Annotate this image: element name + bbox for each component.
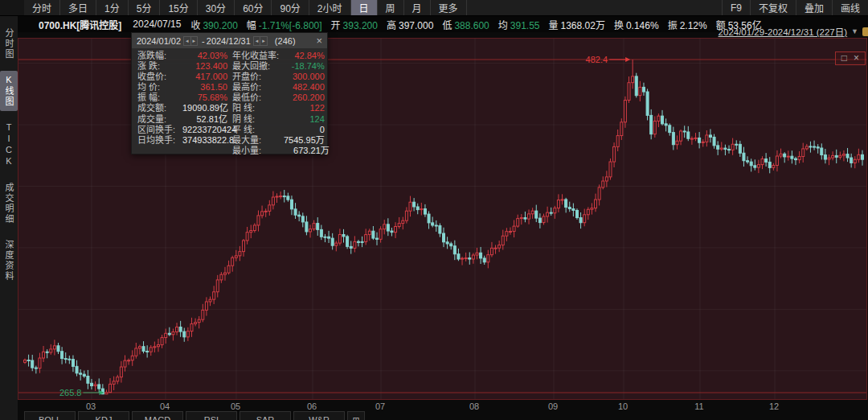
- month-tick-label: 09: [548, 401, 558, 411]
- sidebar-item-view1[interactable]: K线图: [0, 71, 18, 111]
- quote-field-label: 收: [190, 20, 200, 31]
- step-forward-icon[interactable]: ▸: [191, 37, 198, 45]
- indicator-tab[interactable]: BOLL: [24, 411, 76, 420]
- chevron-down-icon[interactable]: ▼: [851, 27, 858, 35]
- period-tab[interactable]: 5分: [129, 0, 161, 15]
- period-tab[interactable]: 多日: [60, 0, 96, 15]
- period-tabs: 分时多日1分5分15分30分60分90分2小时日周月更多: [24, 0, 467, 15]
- indicator-tab[interactable]: KDJ: [78, 411, 129, 420]
- stats-end-date[interactable]: 2024/12/31: [207, 36, 251, 46]
- period-tab[interactable]: 90分: [272, 0, 309, 15]
- min-price-annotation: 265.8: [59, 388, 82, 397]
- toolbar-action[interactable]: 叠加: [796, 0, 832, 15]
- stats-start-date[interactable]: 2024/01/02: [137, 36, 181, 46]
- indicator-tabs: BOLLKDJMACDRSISARW&R⊞: [24, 411, 365, 420]
- stat-label: 收盘价:: [137, 72, 182, 82]
- quote-field-label: 换: [614, 20, 624, 31]
- quote-field: 幅-1.71%[-6.800]: [247, 18, 322, 31]
- stat-value: 42.03%: [182, 51, 232, 61]
- period-tab[interactable]: 30分: [198, 0, 235, 15]
- step-back-icon[interactable]: ◂: [184, 37, 191, 45]
- indicator-tab[interactable]: MACD: [132, 411, 183, 420]
- stat-value: -18.74%: [284, 61, 330, 72]
- month-tick-label: 12: [769, 401, 779, 411]
- stat-value: 0: [284, 125, 330, 135]
- stat-label: 区间换手:: [137, 125, 182, 135]
- sidebar-item-view3[interactable]: 成交明细: [0, 179, 18, 229]
- stat-value: 92233720424: [182, 125, 232, 135]
- stat-label: 最大回撤:: [232, 61, 284, 72]
- toolbar-action[interactable]: 画线: [832, 0, 868, 15]
- period-tab[interactable]: 2小时: [309, 0, 351, 15]
- period-tab[interactable]: 日: [351, 0, 378, 15]
- sidebar-item-view4[interactable]: 深度资料: [0, 236, 18, 286]
- stat-label: 开盘价:: [232, 72, 284, 82]
- quote-fields: 收390.200幅-1.71%[-6.800]开393.200高397.000低…: [190, 18, 770, 31]
- stat-label: 涨跌幅:: [137, 51, 182, 61]
- quote-field: 振2.12%: [668, 18, 707, 31]
- quote-field-value: 390.200: [203, 20, 237, 31]
- step-forward-icon[interactable]: ▸: [260, 37, 267, 45]
- stat-label: 阳 线:: [232, 103, 284, 113]
- indicator-tab[interactable]: RSI: [186, 411, 237, 420]
- toolbar-right-actions: F9不复权叠加画线: [722, 0, 868, 15]
- period-toolbar: 分时多日1分5分15分30分60分90分2小时日周月更多 F9不复权叠加画线: [0, 0, 868, 16]
- end-date-stepper: ◂▸: [253, 36, 268, 46]
- month-tick-label: 07: [375, 401, 385, 411]
- quote-field-label: 高: [387, 20, 396, 31]
- quote-field-label: 幅: [247, 20, 256, 31]
- period-tab[interactable]: 60分: [235, 0, 272, 15]
- stat-label: 成交额:: [137, 103, 182, 113]
- sidebar-item-view0[interactable]: 分时图: [0, 24, 18, 64]
- quote-field-label: 均: [498, 20, 508, 31]
- quote-field-value: 397.000: [399, 20, 433, 31]
- period-tab[interactable]: 更多: [431, 0, 467, 15]
- month-tick-label: 10: [618, 401, 628, 411]
- month-tick-label: 08: [469, 401, 479, 411]
- date-separator: -: [202, 36, 205, 46]
- add-indicator-icon[interactable]: ⊞: [347, 411, 365, 420]
- stat-value: 7545.95万: [284, 135, 330, 146]
- toolbar-action[interactable]: F9: [722, 0, 750, 15]
- view-sidebar: 分时图K线图TICK成交明细深度资料: [0, 16, 18, 420]
- period-tab[interactable]: 分时: [24, 0, 60, 15]
- indicator-tab[interactable]: SAR: [240, 411, 291, 420]
- period-tab[interactable]: 15分: [160, 0, 197, 15]
- period-tab[interactable]: 月: [404, 0, 431, 15]
- month-tick-label: 06: [307, 401, 317, 411]
- stat-value: 52.81亿: [182, 114, 232, 125]
- stats-day-count: (246): [275, 36, 296, 46]
- toolbar-action[interactable]: 不复权: [750, 0, 796, 15]
- stat-value: 673.21万: [284, 146, 330, 156]
- stat-value: 300.000: [284, 72, 330, 82]
- stat-value: 19090.89亿: [182, 103, 232, 113]
- maximize-icon[interactable]: □: [841, 53, 847, 64]
- sidebar-item-tick[interactable]: TICK: [0, 118, 18, 171]
- start-date-stepper: ◂▸: [183, 36, 198, 46]
- month-tick-label: 04: [160, 401, 170, 411]
- stat-value: 122: [284, 103, 330, 113]
- quote-date: 2024/07/15: [133, 19, 181, 30]
- date-range-label[interactable]: 2024/01/29-2024/12/31 (227日): [719, 25, 847, 38]
- stat-label: 日均换手:: [137, 135, 182, 146]
- quote-field-label: 开: [331, 20, 341, 31]
- stat-value: 417.000: [182, 72, 232, 82]
- stat-label: 最大量:: [232, 135, 284, 146]
- date-range-selector[interactable]: 2024/01/29-2024/12/31 (227日) ▼: [719, 25, 866, 38]
- quote-field-label: 低: [442, 20, 452, 31]
- stat-label: 均 价:: [137, 82, 182, 93]
- period-tab[interactable]: 周: [378, 0, 404, 15]
- indicator-tab[interactable]: W&R: [293, 411, 345, 420]
- quote-field-value: 393.200: [343, 20, 378, 31]
- close-icon[interactable]: ×: [316, 35, 322, 47]
- tool-icon[interactable]: [862, 27, 868, 36]
- stat-label: 年化收益率:: [232, 51, 284, 61]
- step-back-icon[interactable]: ◂: [254, 37, 261, 45]
- quote-field: 均391.55: [498, 18, 540, 31]
- stat-value: 260.200: [284, 93, 330, 103]
- quote-field-value: 391.55: [510, 20, 540, 31]
- stat-label: 最低价:: [232, 93, 284, 103]
- period-tab[interactable]: 1分: [96, 0, 129, 15]
- close-icon[interactable]: ×: [854, 53, 859, 64]
- stat-value: 42.84%: [284, 51, 330, 61]
